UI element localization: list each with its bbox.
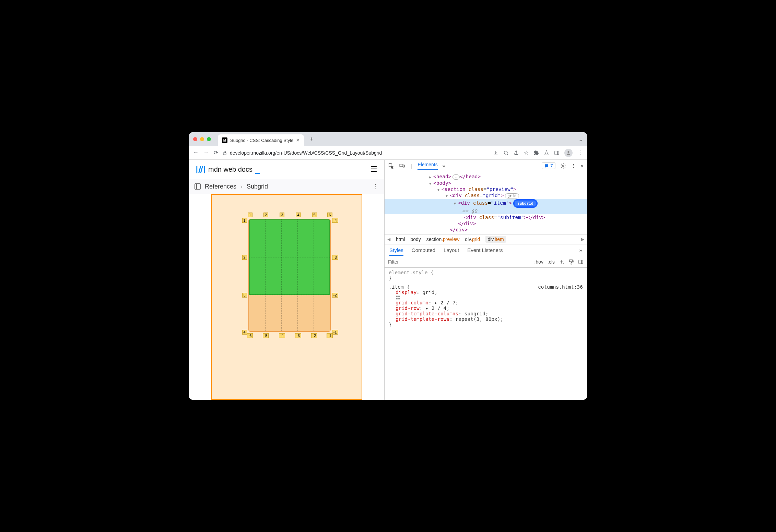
css-declaration[interactable]: display: grid; [389,290,583,300]
mdn-logo-text: mdn web docs [208,166,252,173]
grid-label: 3 [242,293,247,298]
issues-counter[interactable]: 7 [542,162,555,169]
grid-label: -3 [295,333,301,338]
hamburger-menu-icon[interactable]: ☰ [371,165,377,174]
kebab-menu-icon[interactable]: ⋮ [577,149,583,156]
paint-icon[interactable] [568,259,574,265]
hover-toggle[interactable]: :hov [534,259,543,265]
close-window-button[interactable] [193,137,197,141]
grid-item: 1 2 3 4 5 6 1 2 3 4 -4 -3 -2 [248,219,331,332]
extensions-icon[interactable] [533,150,539,156]
svg-point-3 [567,151,569,153]
tab-list-chevron-icon[interactable]: ⌄ [578,136,583,143]
labs-icon[interactable] [544,150,549,156]
grid-label: 4 [242,330,247,335]
grid-label: 5 [312,213,317,217]
breadcrumb-root[interactable]: References [205,183,236,190]
share-icon[interactable] [514,150,519,156]
toolbar-right: ☆ ⋮ [493,149,583,157]
tab-styles[interactable]: Styles [389,247,403,256]
grid-badge[interactable]: grid [505,193,519,198]
subgrid-badge[interactable]: subgrid [513,199,537,208]
page-viewport: mdn web docs ☰ References › Subgrid ⋮ [189,160,385,400]
element-style-rule: element.style { [389,270,583,275]
crumb-right-icon[interactable]: ▶ [581,237,584,242]
lock-icon [222,150,227,155]
chevron-right-icon: › [240,183,243,190]
back-icon[interactable]: ← [193,149,199,156]
page-actions-icon[interactable]: ⋮ [373,183,379,190]
svg-rect-15 [398,298,400,299]
cls-toggle[interactable]: .cls [548,259,555,265]
mdn-breadcrumbs: References › Subgrid ⋮ [189,179,384,194]
inspect-icon[interactable] [388,163,394,169]
crumb-item[interactable]: section.preview [426,237,460,242]
reload-icon[interactable]: ⟳ [214,149,218,156]
mdn-logo[interactable]: mdn web docs [196,165,260,174]
grid-label: 2 [242,255,247,260]
browser-tab[interactable]: M Subgrid - CSS: Cascading Style ✕ [218,134,304,146]
download-icon[interactable] [493,150,498,156]
svg-point-8 [562,165,564,167]
maximize-window-button[interactable] [207,137,211,141]
dom-tree[interactable]: ▶<head>…</head> ▼<body> ▼<section class=… [385,172,587,234]
grid-icon[interactable] [396,295,583,300]
css-declaration[interactable]: grid-template-columns: subgrid; [389,311,583,316]
styles-filter-bar: :hov .cls [385,256,587,268]
rule-header: .item { columns.html:36 [389,284,583,290]
svg-rect-2 [555,151,559,155]
devtools-header: | Elements » 7 ⋮ ✕ [385,160,587,172]
tab-layout[interactable]: Layout [444,247,459,253]
svg-rect-0 [223,153,226,155]
gear-icon[interactable] [560,163,566,169]
crumb-item[interactable]: body [410,237,421,242]
css-declaration[interactable]: grid-template-rows: repeat(3, 80px); [389,316,583,322]
tab-title: Subgrid - CSS: Cascading Style [230,138,293,143]
svg-rect-6 [403,165,404,167]
rule-source-link[interactable]: columns.html:36 [538,284,583,290]
crumb-item-active[interactable]: div.item [485,236,506,243]
device-toggle-icon[interactable] [399,163,405,169]
crumb-item[interactable]: div.grid [465,237,480,242]
filter-input[interactable] [388,259,530,265]
grid-label: 3 [280,213,284,217]
grid-label: -2 [311,333,317,338]
sidebar-toggle-icon[interactable] [195,183,201,190]
css-declaration[interactable]: grid-row: ▸ 2 / 4; [389,305,583,311]
sidebar-toggle-icon[interactable] [578,259,584,265]
close-devtools-icon[interactable]: ✕ [581,163,584,169]
grid-label: -4 [279,333,285,338]
titlebar: M Subgrid - CSS: Cascading Style ✕ + ⌄ [189,132,587,146]
grid-label: -3 [332,255,338,260]
bookmark-icon[interactable]: ☆ [524,149,529,156]
minimize-window-button[interactable] [200,137,204,141]
svg-rect-7 [545,164,548,167]
crumb-item[interactable]: html [396,237,405,242]
tab-computed[interactable]: Computed [412,247,435,253]
styles-body[interactable]: element.style { } .item { columns.html:3… [385,268,587,400]
new-tab-button[interactable]: + [309,136,313,143]
tab-overflow-icon[interactable]: » [443,163,445,169]
content-split: mdn web docs ☰ References › Subgrid ⋮ [189,160,587,400]
devtools-panel: | Elements » 7 ⋮ ✕ ▶<head>…</head> ▼<bod… [385,160,587,400]
dom-breadcrumbs[interactable]: ◀ html body section.preview div.grid div… [385,234,587,244]
tab-event-listeners[interactable]: Event Listeners [467,247,503,253]
tab-overflow-icon[interactable]: » [579,247,582,253]
url-box[interactable]: developer.mozilla.org/en-US/docs/Web/CSS… [222,150,489,156]
crumb-left-icon[interactable]: ◀ [387,237,390,242]
url-text: developer.mozilla.org/en-US/docs/Web/CSS… [230,150,382,156]
css-declaration[interactable]: grid-column: ▸ 2 / 7; [389,300,583,305]
address-bar: ← → ⟳ developer.mozilla.org/en-US/docs/W… [189,146,587,160]
rule-selector: .item { [389,284,410,290]
new-style-icon[interactable] [559,259,564,265]
tab-elements[interactable]: Elements [418,162,437,170]
grid-label: 4 [296,213,301,217]
kebab-icon[interactable]: ⋮ [571,163,576,169]
profile-avatar-icon[interactable] [564,149,573,157]
grid-label: 1 [242,218,247,223]
close-tab-icon[interactable]: ✕ [296,138,300,143]
forward-icon[interactable]: → [203,149,209,156]
breadcrumb-current: Subgrid [247,183,268,190]
sidepanel-icon[interactable] [554,150,560,156]
zoom-icon[interactable] [503,150,509,156]
